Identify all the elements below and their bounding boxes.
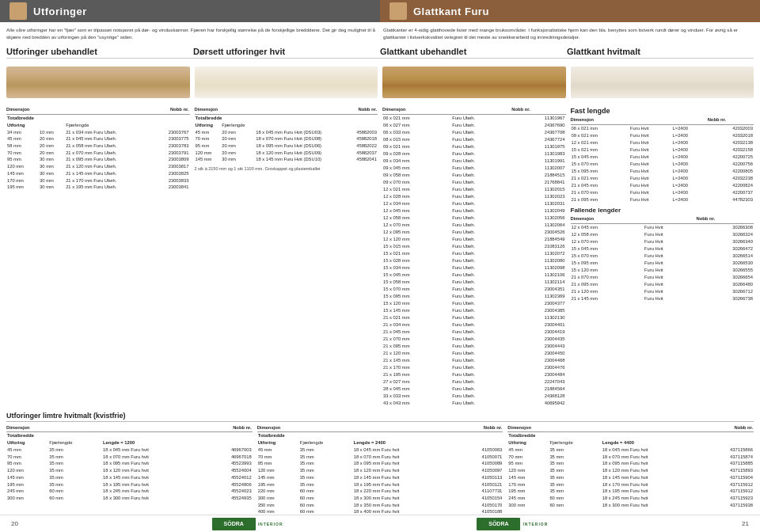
table-row: 120 mm35 mm18 x 120 mm Furu hvit45524004 bbox=[6, 467, 253, 474]
table-row: 95 mm35 mm18 x 095 mm Furu hvit41050089 bbox=[257, 460, 504, 467]
col-glattkant-hvitmalt: Fast lengde Dimensjon Nobb nr. 06 x 021 … bbox=[571, 62, 754, 406]
col-utforinger-ubehandlet: Dimensjon Nobb nr. Totalbredde Utforing … bbox=[6, 62, 190, 406]
table-row: 21 x 120 mmFuru Ubeh.23004450 bbox=[382, 350, 566, 357]
table-row: 06 x 027 mmFuru Ubeh.24367690 bbox=[382, 122, 566, 129]
wood-plank-ubehandlet bbox=[6, 66, 190, 98]
table-row: 95 mm30 mm21 x 095 mm Furu Ubeh.23003809 bbox=[6, 156, 190, 163]
table-row: 21 x 145 mmFuru Hvit30266738 bbox=[571, 295, 754, 302]
col-glattkant-ubehandlet: Dimensjon Nobb nr. 06 x 021 mmFuru Ubeh.… bbox=[382, 62, 566, 406]
col1-table: Dimensjon Nobb nr. Totalbredde Utforing … bbox=[6, 106, 190, 191]
limtre-col-1200: Dimensjon Nobb nr. Totalbredde Utforing … bbox=[6, 424, 253, 515]
table-row: 09 x 021 mmFuru HvitL=240042032018 bbox=[571, 132, 754, 139]
table-row: 21 x 070 mmFuru Ubeh.23004435 bbox=[382, 336, 566, 343]
section-header-col2: Dørsett utforinger hvit bbox=[193, 45, 380, 58]
table-row: 70 mm20 mm18 x 070 mm Furu Hvit (DSU08)4… bbox=[195, 135, 378, 142]
limtre-cols: Dimensjon Nobb nr. Totalbredde Utforing … bbox=[6, 424, 754, 515]
table-row: 195 mm35 mm18 x 195 mm Furu hvit41050121 bbox=[257, 481, 504, 488]
product-img-col1 bbox=[6, 62, 190, 103]
table-row: 120 mm35 mm18 x 120 mm Furu hvit43711589… bbox=[507, 467, 754, 474]
table-row: 09 x 070 mmFuru Ubeh.21768841 bbox=[382, 179, 566, 186]
col2-totalbredde: Totalbredde bbox=[195, 115, 348, 123]
table-row: 15 x 070 mmFuru Ubeh.23004351 bbox=[382, 286, 566, 293]
col4-dimensjon-header: Dimensjon bbox=[571, 116, 630, 124]
table-row: 300 mm60 mm18 x 300 mm Furu hvit41050154 bbox=[257, 495, 504, 502]
table-row: 12 x 034 mmFuru Ubeh.11302031 bbox=[382, 200, 566, 207]
table-row: 12 x 058 mmFuru Hvit30266324 bbox=[571, 231, 754, 238]
table-row: 45 mm35 mm18 x 045 mm Furu hvit437115866 bbox=[507, 446, 754, 454]
table-row: 170 mm35 mm18 x 170 mm Furu hvit43711591… bbox=[507, 481, 754, 488]
table-row: 34 mm10 mm21 x 034 mm Furu Ubeh.23003767 bbox=[6, 129, 190, 136]
col2-nobb-header: Nobb nr. bbox=[348, 106, 378, 114]
table-row: 350 mm60 mm18 x 350 mm Furu hvit41050170 bbox=[257, 502, 504, 509]
footer-logo-right: SÖDRA INTERIOR bbox=[477, 518, 548, 530]
section-header-col3: Glattkant ubehandlet bbox=[380, 45, 567, 58]
table-row: 21 x 095 mmFuru Ubeh.23004443 bbox=[382, 343, 566, 350]
col4-fast-table: Dimensjon Nobb nr. 06 x 021 mmFuru HvitL… bbox=[571, 116, 754, 203]
col1-nobb-header: Nobb nr. bbox=[153, 106, 190, 114]
table-row: 21 x 045 mmFuru Ubeh.23004419 bbox=[382, 329, 566, 336]
table-row: 15 x 070 mmFuru Hvit30266514 bbox=[571, 253, 754, 260]
col2-utforing-label: Utforing bbox=[195, 122, 222, 129]
table-row: 12 x 021 mmFuru Ubeh.11302015 bbox=[382, 186, 566, 193]
table-row: 12 x 058 mmFuru Ubeh.11302056 bbox=[382, 215, 566, 222]
fallende-lengde-title: Fallende lengder bbox=[571, 207, 754, 214]
col2-fjerlengde-label: Fjærlengde bbox=[221, 122, 255, 129]
table-row: 21 x 170 mmFuru Ubeh.23004476 bbox=[382, 364, 566, 371]
table-row: 70 mm35 mm18 x 070 mm Furu hvit41050071 bbox=[257, 454, 504, 461]
footer: 20 SÖDRA INTERIOR SÖDRA INTERIOR 21 bbox=[0, 515, 760, 532]
desc-left: Alle våre utforinger har en "fjær" som e… bbox=[6, 27, 377, 40]
table-row: 70 mm20 mm21 x 070 mm Furu Ubeh.23003791 bbox=[6, 150, 190, 157]
table-row: 15 x 120 mmFuru Ubeh.23004377 bbox=[382, 300, 566, 307]
table-row: 195 mm35 mm18 x 195 mm Furu hvit43711591… bbox=[507, 488, 754, 495]
header-right: Glattkant Furu bbox=[380, 0, 760, 22]
fast-lengde-title: Fast lengde bbox=[571, 107, 754, 115]
table-row: 70 mm35 mm18 x 070 mm Furu hvit437115874 bbox=[507, 454, 754, 461]
table-row: 28 x 045 mmFuru Ubeh.21884564 bbox=[382, 386, 566, 393]
header-left-title: Utforinger bbox=[33, 6, 87, 17]
table-row: 12 x 028 mmFuru Ubeh.11302023 bbox=[382, 193, 566, 200]
table-row: 95 mm35 mm18 x 095 mm Furu hvit45523993 bbox=[6, 460, 253, 467]
description-row: Alle våre utforinger har en "fjær" som e… bbox=[6, 27, 754, 40]
table-row: 45 mm35 mm18 x 045 mm Furu hvit46967003 bbox=[6, 446, 253, 454]
sodra-logo-left: SÖDRA bbox=[212, 518, 256, 530]
desc-right: Glattkanter er 4-sidig glatthovede liste… bbox=[383, 27, 754, 40]
table-row: 15 x 028 mmFuru Ubeh.11302080 bbox=[382, 257, 566, 264]
limtre-table-2400: Dimensjon Nobb nr. Totalbredde Utforing … bbox=[257, 424, 504, 515]
col2-note: 2 stk á 2150 mm og 1 stk 1100 mm. Grovka… bbox=[195, 166, 378, 173]
table-row: 21 x 070 mmFuru Hvit30266654 bbox=[571, 274, 754, 281]
table-row: 145 mm35 mm18 x 145 mm Furu hvit41050113 bbox=[257, 474, 504, 481]
table-row: 21 x 045 mmFuru HvitL=240042200824 bbox=[571, 182, 754, 189]
table-row: 15 x 095 mmFuru Hvit30266530 bbox=[571, 260, 754, 267]
table-row: 15 x 045 mmFuru Ubeh.11302106 bbox=[382, 272, 566, 279]
table-row: 245 mm60 mm18 x 245 mm Furu hvit45524023 bbox=[6, 488, 253, 495]
table-row: 45 mm20 mm18 x 045 mm Furu Hvit (DSU03)4… bbox=[195, 129, 378, 136]
table-row: 12 x 120 mmFuru Ubeh.21884549 bbox=[382, 236, 566, 243]
table-row: 33 x 033 mmFuru Ubeh.24368128 bbox=[382, 393, 566, 400]
limtre-col-4400: Dimensjon Nobb nr. Totalbredde Utforing … bbox=[507, 424, 754, 515]
table-row: 145 mm35 mm18 x 145 mm Furu hvit45524012 bbox=[6, 474, 253, 481]
table-row: 21 x 145 mmFuru Ubeh.23004468 bbox=[382, 357, 566, 364]
table-row: 15 x 015 mmFuru Ubeh.21083126 bbox=[382, 243, 566, 250]
table-row: 21 x 095 mmFuru Hvit30266480 bbox=[571, 281, 754, 288]
table-row: 12 x 021 mmFuru HvitL=240042032138 bbox=[571, 139, 754, 146]
table-row: 21 x 034 mmFuru Ubeh.23004401 bbox=[382, 321, 566, 329]
table-row: 15 x 034 mmFuru Ubeh.11302098 bbox=[382, 264, 566, 272]
table-row: 12 x 045 mmFuru Hvit30266308 bbox=[571, 224, 754, 231]
table-row: 58 mm20 mm21 x 058 mm Furu Ubeh.23003783 bbox=[6, 142, 190, 150]
table-row: 195 mm35 mm18 x 195 mm Furu hvit45524806 bbox=[6, 481, 253, 488]
table-row: 09 x 045 mmFuru Ubeh.11302007 bbox=[382, 165, 566, 172]
col2-table: Dimensjon Nobb nr. Totalbredde Utforing … bbox=[195, 106, 378, 163]
table-row: 145 mm30 mm21 x 145 mm Furu Ubeh.2300382… bbox=[6, 170, 190, 177]
section-header-col4: Glattkant hvitmalt bbox=[567, 45, 754, 58]
limtre-table-1200: Dimensjon Nobb nr. Totalbredde Utforing … bbox=[6, 424, 253, 502]
table-row: 12 x 070 mmFuru Hvit30266340 bbox=[571, 238, 754, 245]
table-row: 21 x 195 mmFuru Ubeh.23004484 bbox=[382, 371, 566, 378]
product-img-col2 bbox=[195, 62, 378, 103]
table-row: 09 x 034 mmFuru Ubeh.11301991 bbox=[382, 158, 566, 165]
limtre-col-2400: Dimensjon Nobb nr. Totalbredde Utforing … bbox=[257, 424, 504, 515]
table-row: 245 mm60 mm18 x 245 mm Furu hvit43711592… bbox=[507, 495, 754, 502]
table-row: 15 x 045 mmFuru HvitL=240042200725 bbox=[571, 154, 754, 161]
col3-dimensjon-header: Dimensjon bbox=[382, 106, 451, 114]
footer-logo-left: SÖDRA INTERIOR bbox=[212, 518, 283, 530]
table-row: 12 x 070 mmFuru Ubeh.11302064 bbox=[382, 222, 566, 229]
